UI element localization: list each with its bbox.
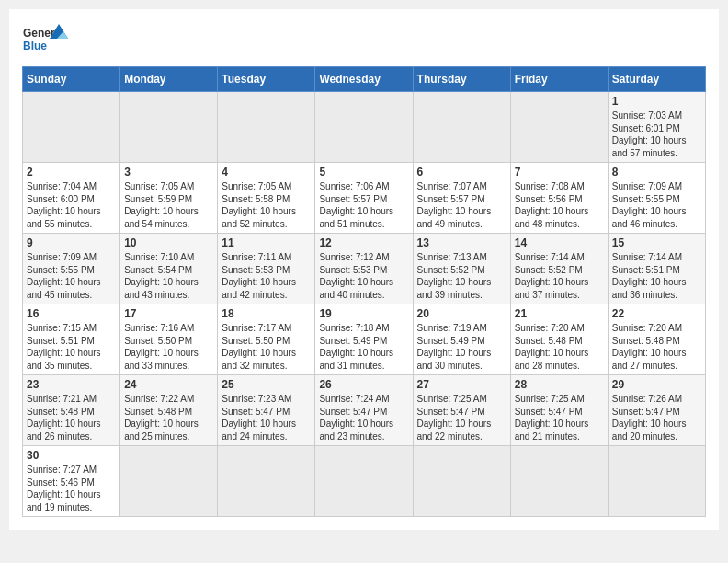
- calendar-cell: 21Sunrise: 7:20 AM Sunset: 5:48 PM Dayli…: [510, 304, 608, 375]
- day-info: Sunrise: 7:09 AM Sunset: 5:55 PM Dayligh…: [612, 180, 701, 230]
- calendar-cell: [120, 446, 218, 517]
- day-info: Sunrise: 7:06 AM Sunset: 5:57 PM Dayligh…: [319, 180, 408, 230]
- day-number: 9: [27, 236, 116, 249]
- day-info: Sunrise: 7:11 AM Sunset: 5:53 PM Dayligh…: [222, 251, 311, 301]
- day-number: 28: [515, 378, 604, 391]
- calendar-cell: 12Sunrise: 7:12 AM Sunset: 5:53 PM Dayli…: [315, 234, 413, 304]
- calendar-cell: [413, 92, 510, 163]
- week-row-4: 23Sunrise: 7:21 AM Sunset: 5:48 PM Dayli…: [23, 375, 706, 446]
- day-number: 5: [319, 166, 408, 178]
- week-row-0: 1Sunrise: 7:03 AM Sunset: 6:01 PM Daylig…: [23, 92, 706, 163]
- calendar-cell: [120, 92, 218, 163]
- day-info: Sunrise: 7:14 AM Sunset: 5:51 PM Dayligh…: [612, 251, 701, 301]
- logo-svg: General Blue: [22, 22, 68, 59]
- calendar-cell: [218, 92, 315, 163]
- col-header-thursday: Thursday: [413, 67, 510, 92]
- day-info: Sunrise: 7:08 AM Sunset: 5:56 PM Dayligh…: [515, 180, 604, 230]
- day-number: 17: [124, 307, 213, 320]
- col-header-wednesday: Wednesday: [315, 67, 413, 92]
- calendar-cell: 20Sunrise: 7:19 AM Sunset: 5:49 PM Dayli…: [413, 304, 510, 375]
- calendar-cell: 16Sunrise: 7:15 AM Sunset: 5:51 PM Dayli…: [23, 304, 120, 375]
- day-info: Sunrise: 7:25 AM Sunset: 5:47 PM Dayligh…: [417, 393, 506, 442]
- day-info: Sunrise: 7:18 AM Sunset: 5:49 PM Dayligh…: [319, 322, 408, 372]
- day-number: 22: [612, 307, 701, 320]
- day-info: Sunrise: 7:25 AM Sunset: 5:47 PM Dayligh…: [515, 393, 604, 442]
- day-info: Sunrise: 7:15 AM Sunset: 5:51 PM Dayligh…: [27, 322, 116, 372]
- day-number: 3: [124, 166, 213, 178]
- calendar-cell: 17Sunrise: 7:16 AM Sunset: 5:50 PM Dayli…: [120, 304, 218, 375]
- calendar-cell: [510, 446, 608, 517]
- day-number: 18: [222, 307, 311, 320]
- calendar-cell: 30Sunrise: 7:27 AM Sunset: 5:46 PM Dayli…: [23, 446, 120, 517]
- calendar-cell: 26Sunrise: 7:24 AM Sunset: 5:47 PM Dayli…: [315, 375, 413, 446]
- day-info: Sunrise: 7:16 AM Sunset: 5:50 PM Dayligh…: [124, 322, 213, 372]
- calendar-cell: 6Sunrise: 7:07 AM Sunset: 5:57 PM Daylig…: [413, 163, 510, 234]
- calendar-cell: 18Sunrise: 7:17 AM Sunset: 5:50 PM Dayli…: [218, 304, 315, 375]
- day-info: Sunrise: 7:20 AM Sunset: 5:48 PM Dayligh…: [612, 322, 701, 372]
- day-number: 8: [612, 166, 701, 178]
- calendar-body: 1Sunrise: 7:03 AM Sunset: 6:01 PM Daylig…: [23, 92, 706, 517]
- day-number: 16: [27, 307, 116, 320]
- day-number: 27: [417, 378, 506, 391]
- day-info: Sunrise: 7:03 AM Sunset: 6:01 PM Dayligh…: [612, 109, 701, 159]
- day-info: Sunrise: 7:05 AM Sunset: 5:59 PM Dayligh…: [124, 180, 213, 230]
- calendar-cell: 3Sunrise: 7:05 AM Sunset: 5:59 PM Daylig…: [120, 163, 218, 234]
- col-header-monday: Monday: [120, 67, 218, 92]
- calendar-cell: 4Sunrise: 7:05 AM Sunset: 5:58 PM Daylig…: [218, 163, 315, 234]
- calendar-cell: 19Sunrise: 7:18 AM Sunset: 5:49 PM Dayli…: [315, 304, 413, 375]
- calendar-cell: 28Sunrise: 7:25 AM Sunset: 5:47 PM Dayli…: [510, 375, 608, 446]
- calendar-cell: 29Sunrise: 7:26 AM Sunset: 5:47 PM Dayli…: [608, 375, 705, 446]
- week-row-1: 2Sunrise: 7:04 AM Sunset: 6:00 PM Daylig…: [23, 163, 706, 234]
- calendar-page: General Blue SundayMondayTuesdayWednesda…: [9, 9, 719, 530]
- day-info: Sunrise: 7:23 AM Sunset: 5:47 PM Dayligh…: [222, 393, 311, 442]
- calendar-cell: [218, 446, 315, 517]
- calendar-cell: 11Sunrise: 7:11 AM Sunset: 5:53 PM Dayli…: [218, 234, 315, 304]
- col-header-tuesday: Tuesday: [218, 67, 315, 92]
- calendar-cell: 24Sunrise: 7:22 AM Sunset: 5:48 PM Dayli…: [120, 375, 218, 446]
- day-number: 6: [417, 166, 506, 178]
- calendar-cell: 7Sunrise: 7:08 AM Sunset: 5:56 PM Daylig…: [510, 163, 608, 234]
- calendar-cell: 15Sunrise: 7:14 AM Sunset: 5:51 PM Dayli…: [608, 234, 705, 304]
- col-header-sunday: Sunday: [23, 67, 120, 92]
- calendar-cell: 25Sunrise: 7:23 AM Sunset: 5:47 PM Dayli…: [218, 375, 315, 446]
- calendar-cell: 13Sunrise: 7:13 AM Sunset: 5:52 PM Dayli…: [413, 234, 510, 304]
- calendar-cell: 27Sunrise: 7:25 AM Sunset: 5:47 PM Dayli…: [413, 375, 510, 446]
- week-row-2: 9Sunrise: 7:09 AM Sunset: 5:55 PM Daylig…: [23, 234, 706, 304]
- day-number: 1: [612, 95, 701, 108]
- col-header-saturday: Saturday: [608, 67, 705, 92]
- day-number: 10: [124, 236, 213, 249]
- day-number: 11: [222, 236, 311, 249]
- calendar-cell: 1Sunrise: 7:03 AM Sunset: 6:01 PM Daylig…: [608, 92, 705, 163]
- calendar-cell: [510, 92, 608, 163]
- week-row-5: 30Sunrise: 7:27 AM Sunset: 5:46 PM Dayli…: [23, 446, 706, 517]
- day-number: 21: [515, 307, 604, 320]
- calendar-cell: [23, 92, 120, 163]
- calendar-cell: 9Sunrise: 7:09 AM Sunset: 5:55 PM Daylig…: [23, 234, 120, 304]
- calendar-cell: 22Sunrise: 7:20 AM Sunset: 5:48 PM Dayli…: [608, 304, 705, 375]
- day-number: 14: [515, 236, 604, 249]
- day-info: Sunrise: 7:05 AM Sunset: 5:58 PM Dayligh…: [222, 180, 311, 230]
- day-info: Sunrise: 7:13 AM Sunset: 5:52 PM Dayligh…: [417, 251, 506, 301]
- day-number: 15: [612, 236, 701, 249]
- day-number: 19: [319, 307, 408, 320]
- calendar-cell: 2Sunrise: 7:04 AM Sunset: 6:00 PM Daylig…: [23, 163, 120, 234]
- day-info: Sunrise: 7:17 AM Sunset: 5:50 PM Dayligh…: [222, 322, 311, 372]
- calendar-cell: [315, 92, 413, 163]
- svg-text:Blue: Blue: [23, 40, 47, 52]
- day-info: Sunrise: 7:12 AM Sunset: 5:53 PM Dayligh…: [319, 251, 408, 301]
- day-info: Sunrise: 7:27 AM Sunset: 5:46 PM Dayligh…: [27, 464, 116, 513]
- calendar-cell: 10Sunrise: 7:10 AM Sunset: 5:54 PM Dayli…: [120, 234, 218, 304]
- day-number: 30: [27, 449, 116, 462]
- calendar-header-row: SundayMondayTuesdayWednesdayThursdayFrid…: [23, 67, 706, 92]
- day-number: 2: [27, 166, 116, 178]
- day-number: 7: [515, 166, 604, 178]
- calendar-cell: [608, 446, 705, 517]
- day-number: 23: [27, 378, 116, 391]
- day-number: 24: [124, 378, 213, 391]
- calendar-cell: 5Sunrise: 7:06 AM Sunset: 5:57 PM Daylig…: [315, 163, 413, 234]
- logo: General Blue: [22, 22, 68, 59]
- header: General Blue: [22, 18, 706, 59]
- calendar-cell: [315, 446, 413, 517]
- day-number: 26: [319, 378, 408, 391]
- col-header-friday: Friday: [510, 67, 608, 92]
